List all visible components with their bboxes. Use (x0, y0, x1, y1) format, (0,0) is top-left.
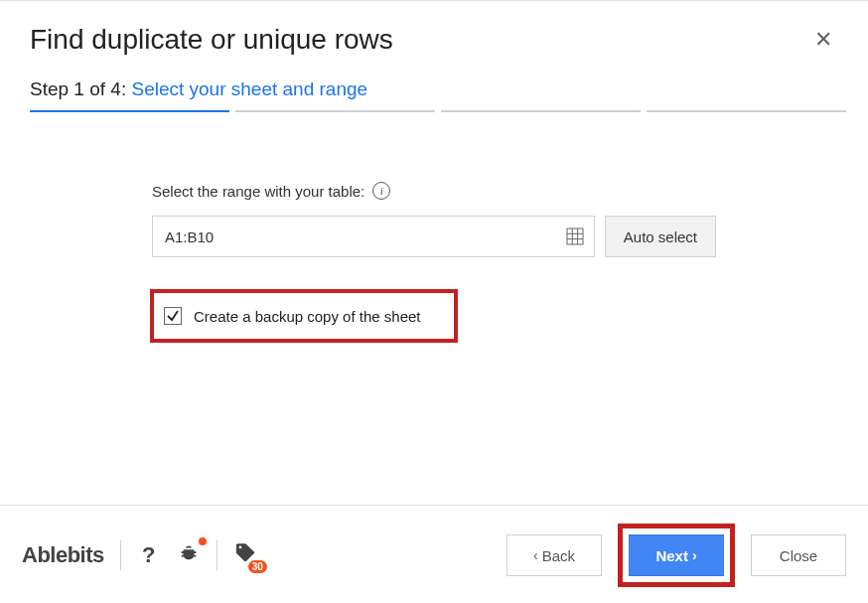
range-input[interactable] (163, 227, 566, 246)
grid-icon[interactable] (566, 227, 584, 245)
back-button[interactable]: ‹ Back (506, 534, 602, 576)
tag-icon[interactable]: 30 (233, 541, 257, 569)
progress-seg-1 (30, 110, 229, 112)
help-icon[interactable]: ? (137, 542, 161, 568)
bug-icon[interactable] (177, 541, 201, 569)
step-indicator: Step 1 of 4: Select your sheet and range (30, 78, 367, 110)
separator (120, 540, 121, 570)
auto-select-button[interactable]: Auto select (605, 216, 716, 257)
bug-notification-dot (199, 537, 207, 545)
backup-option-highlight: Create a backup copy of the sheet (150, 289, 458, 343)
back-label: Back (542, 547, 575, 564)
backup-label: Create a backup copy of the sheet (194, 308, 420, 325)
progress-seg-2 (235, 110, 435, 112)
step-link[interactable]: Select your sheet and range (131, 78, 367, 99)
range-label: Select the range with your table: (152, 183, 364, 200)
backup-checkbox[interactable] (164, 307, 182, 325)
chevron-left-icon: ‹ (533, 547, 538, 563)
separator (217, 540, 217, 570)
progress-seg-4 (647, 110, 846, 112)
trial-badge: 30 (248, 560, 267, 573)
next-button-highlight: Next › (618, 524, 735, 587)
step-prefix: Step 1 of 4: (30, 78, 126, 99)
brand-logo: Ablebits (22, 542, 104, 568)
next-button[interactable]: Next › (629, 534, 724, 576)
close-button[interactable]: Close (751, 534, 846, 576)
dialog-title: Find duplicate or unique rows (30, 24, 393, 56)
chevron-right-icon: › (692, 547, 697, 563)
progress-seg-3 (441, 110, 641, 112)
next-label: Next (655, 547, 688, 564)
svg-rect-0 (567, 228, 583, 244)
close-icon[interactable]: ✕ (808, 23, 838, 57)
info-icon[interactable]: i (372, 182, 390, 200)
range-input-wrap[interactable] (152, 216, 595, 257)
